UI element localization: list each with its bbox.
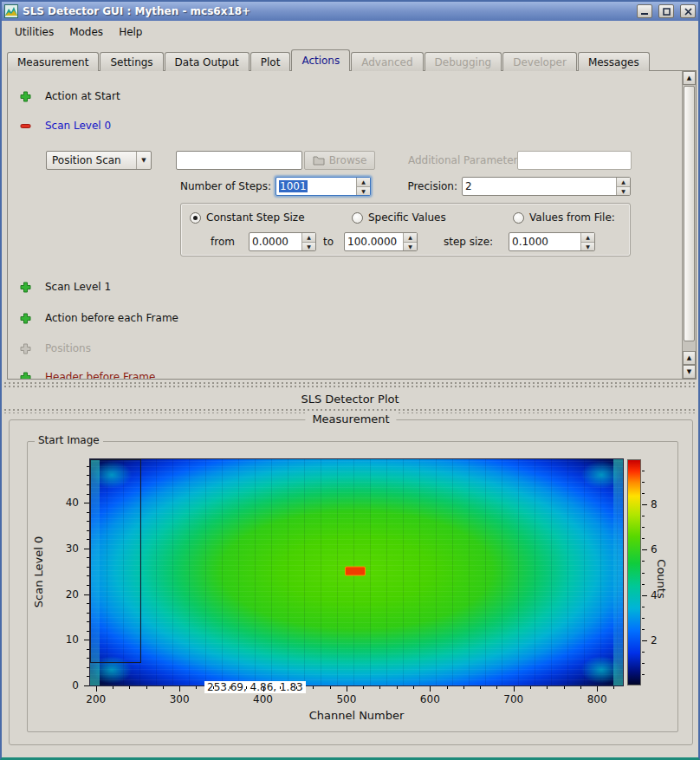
arrow-up-icon[interactable]: ▲ <box>302 233 315 242</box>
x-minor-tick <box>129 686 130 689</box>
tab-settings[interactable]: Settings <box>100 52 163 71</box>
y-minor-tick <box>87 667 89 668</box>
x-minor-tick <box>296 686 297 689</box>
z-tick-label: 2 <box>651 634 658 646</box>
scroll-thumb[interactable] <box>684 86 695 341</box>
section-action-before-each-frame[interactable]: Action before each Frame <box>20 310 178 326</box>
plus-icon[interactable] <box>20 91 31 102</box>
app-window: SLS Detector GUI : Mythen - mcs6x18+ Uti… <box>0 0 700 760</box>
arrow-down-icon[interactable]: ▼ <box>581 242 594 251</box>
maximize-button[interactable] <box>658 4 674 18</box>
tab-measurement[interactable]: Measurement <box>7 52 99 71</box>
x-minor-tick <box>547 686 548 689</box>
actions-panel: Action at Start Scan Level 0 Position Sc… <box>7 70 697 380</box>
x-minor-tick <box>413 686 414 689</box>
section-scan-level-1[interactable]: Scan Level 1 <box>20 279 111 295</box>
radio-specific-values[interactable]: Specific Values <box>352 211 446 224</box>
y-minor-tick <box>87 567 89 568</box>
arrow-down-icon[interactable]: ▼ <box>404 242 417 251</box>
arrow-down-icon[interactable]: ▼ <box>617 186 630 196</box>
x-axis-title: Channel Number <box>90 709 623 722</box>
plus-icon[interactable] <box>20 282 31 293</box>
z-tick-label: 6 <box>651 543 658 555</box>
close-button[interactable] <box>680 4 696 18</box>
precision-value: 2 <box>463 178 616 195</box>
sls-logo-icon <box>4 4 18 18</box>
titlebar[interactable]: SLS Detector GUI : Mythen - mcs6x18+ <box>2 2 698 21</box>
splitter-handle-top[interactable] <box>3 381 697 389</box>
radio-dot <box>513 212 524 224</box>
z-minor-tick <box>642 471 645 471</box>
additional-parameter-input[interactable] <box>517 151 632 170</box>
scroll-up-button[interactable]: ▲ <box>683 71 696 85</box>
radio-specific-label: Specific Values <box>368 211 446 224</box>
menu-modes[interactable]: Modes <box>62 23 111 41</box>
number-of-steps-spinbox[interactable]: 1001 ▲▼ <box>275 177 371 196</box>
radio-constant-step-size[interactable]: Constant Step Size <box>190 211 305 224</box>
tab-messages[interactable]: Messages <box>578 52 650 71</box>
tab-data-output[interactable]: Data Output <box>165 52 250 71</box>
tab-debugging: Debugging <box>425 52 502 71</box>
from-value: 0.0000 <box>250 233 301 250</box>
minimize-button[interactable] <box>637 4 652 18</box>
scroll-down-button[interactable]: ▼ <box>683 365 696 379</box>
z-minor-tick <box>642 493 645 494</box>
x-minor-tick <box>530 686 531 689</box>
menu-utilities[interactable]: Utilities <box>7 23 62 41</box>
vertical-scrollbar[interactable]: ▲ ▲ ▼ <box>682 71 696 379</box>
arrow-up-icon[interactable]: ▲ <box>581 233 594 242</box>
arrow-up-icon[interactable]: ▲ <box>357 178 370 186</box>
x-minor-tick <box>580 686 581 689</box>
x-minor-tick <box>397 686 398 689</box>
menu-help[interactable]: Help <box>111 23 150 41</box>
y-minor-tick <box>87 466 89 467</box>
tab-bar: Measurement Settings Data Output Plot Ac… <box>7 50 693 71</box>
to-spinbox[interactable]: 100.0000 ▲▼ <box>344 232 418 251</box>
y-minor-tick <box>87 521 89 522</box>
y-minor-tick <box>87 676 89 677</box>
scan-script-input[interactable] <box>176 151 302 170</box>
from-spinbox[interactable]: 0.0000 ▲▼ <box>249 232 316 251</box>
start-image-frame: Start Image 253.69, 4.86, 1.83 200300400… <box>27 441 678 732</box>
chevron-down-icon: ▼ <box>136 152 151 169</box>
tab-developer: Developer <box>502 52 577 71</box>
z-tick <box>642 595 647 596</box>
z-minor-tick <box>642 607 645 607</box>
section-scan-level-0[interactable]: Scan Level 0 <box>20 118 111 133</box>
y-minor-tick <box>87 475 89 476</box>
step-size-spinbox[interactable]: 0.1000 ▲▼ <box>509 232 595 251</box>
arrow-up-icon[interactable]: ▲ <box>404 233 417 242</box>
x-tick-label: 200 <box>86 693 106 705</box>
precision-spinbox[interactable]: 2 ▲▼ <box>462 177 631 196</box>
minus-icon[interactable] <box>20 120 31 132</box>
arrow-up-icon[interactable]: ▲ <box>617 178 630 186</box>
x-minor-tick <box>496 686 497 689</box>
section-action-at-start[interactable]: Action at Start <box>20 88 120 104</box>
x-minor-tick <box>313 686 314 689</box>
y-minor-tick <box>87 575 89 576</box>
radio-values-from-file[interactable]: Values from File: <box>513 211 615 224</box>
positions-label: Positions <box>45 342 91 354</box>
x-tick <box>514 686 515 692</box>
scroll-up-button-2[interactable]: ▲ <box>683 351 696 365</box>
menubar: Utilities Modes Help <box>2 21 698 43</box>
tab-actions[interactable]: Actions <box>291 49 350 71</box>
x-tick <box>96 686 97 692</box>
z-minor-tick <box>642 652 645 653</box>
x-tick <box>263 686 264 692</box>
x-minor-tick <box>230 686 230 689</box>
arrow-down-icon[interactable]: ▼ <box>302 242 315 251</box>
z-minor-tick <box>642 629 645 630</box>
scan-mode-combo[interactable]: Position Scan ▼ <box>46 151 152 170</box>
plus-icon[interactable] <box>20 372 31 380</box>
arrow-down-icon[interactable]: ▼ <box>357 186 370 196</box>
heatmap-canvas[interactable]: 253.69, 4.86, 1.83 <box>90 459 623 685</box>
corner-artifact <box>581 461 621 489</box>
section-header-before-frame[interactable]: Header before Frame <box>20 369 155 380</box>
tab-advanced: Advanced <box>351 52 423 71</box>
x-minor-tick <box>379 686 380 689</box>
x-tick-label: 300 <box>170 693 190 705</box>
edge-artifact-right <box>613 459 623 685</box>
plus-icon[interactable] <box>20 313 31 324</box>
tab-plot[interactable]: Plot <box>250 52 291 71</box>
